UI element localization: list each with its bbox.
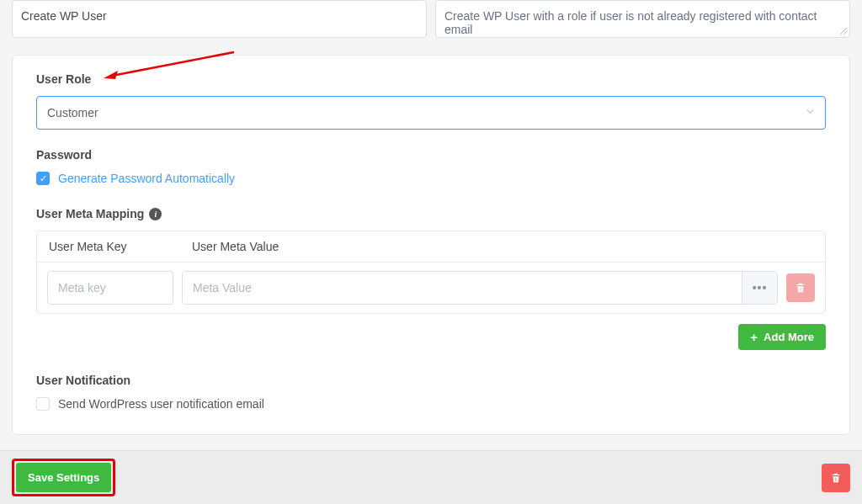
trash-icon [830,472,842,484]
delete-row-button[interactable] [786,273,815,302]
meta-value-picker-button[interactable]: ••• [742,272,777,304]
meta-value-input[interactable] [183,272,742,304]
user-role-label: User Role [36,72,826,86]
svg-line-1 [843,31,847,34]
user-role-select[interactable]: Customer [36,96,826,130]
meta-value-group: ••• [182,271,778,305]
col-meta-value: User Meta Value [180,231,825,262]
password-label: Password [36,148,826,162]
action-name-value: Create WP User [21,9,107,23]
user-notification-label: User Notification [36,374,826,387]
table-header: User Meta Key User Meta Value [37,231,825,263]
auto-generate-password-checkbox[interactable]: ✓ [36,172,50,185]
plus-icon: + [750,331,758,343]
user-meta-mapping-label: User Meta Mapping i [36,207,826,220]
user-role-selected-value: Customer [47,106,98,119]
trash-icon [795,282,806,294]
action-description-value: Create WP User with a role if user is no… [444,9,841,36]
delete-action-button[interactable] [822,464,850,492]
send-notification-label: Send WordPress user notification email [58,397,264,411]
svg-line-0 [840,28,847,34]
save-settings-button[interactable]: Save Settings [16,463,111,492]
annotation-highlight: Save Settings [12,459,115,496]
ellipsis-icon: ••• [753,281,768,294]
user-meta-table: User Meta Key User Meta Value ••• [36,231,826,314]
chevron-down-icon [806,107,815,119]
action-name-input[interactable]: Create WP User [12,0,427,38]
meta-key-input[interactable] [47,271,173,305]
footer-bar: Save Settings [0,450,862,504]
resize-handle-icon [839,27,848,35]
table-row: ••• [37,263,825,313]
col-meta-key: User Meta Key [37,231,180,262]
action-description-input[interactable]: Create WP User with a role if user is no… [435,0,850,38]
add-more-button[interactable]: + Add More [738,324,826,350]
auto-generate-password-label: Generate Password Automatically [58,172,235,185]
check-icon: ✓ [40,174,47,183]
add-more-label: Add More [764,331,814,343]
send-notification-checkbox[interactable] [36,397,50,411]
info-icon[interactable]: i [149,208,162,220]
settings-card: User Role Customer Password ✓ Generate P… [12,55,850,435]
